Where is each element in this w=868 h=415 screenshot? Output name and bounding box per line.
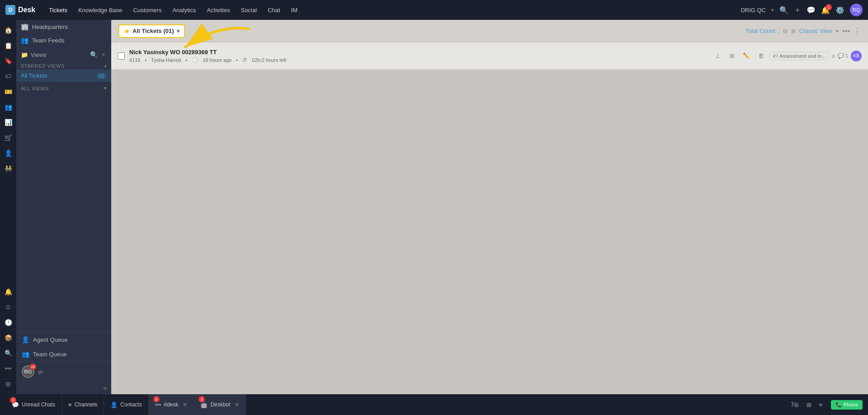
rail-ticket-icon[interactable]: 🎫 (1, 85, 15, 98)
ticket-action-delete[interactable]: 🗑 (755, 50, 767, 62)
star-icon: ★ (124, 28, 130, 35)
add-button[interactable]: ＋ (794, 5, 801, 15)
timer-icon: ⏱ (242, 57, 247, 63)
rail-more-icon[interactable]: ••• (1, 362, 15, 375)
search-button[interactable]: 🔍 (779, 6, 788, 14)
settings-button[interactable]: ⚙️ (835, 6, 844, 14)
ticket-assignee: Tysha Harrod (151, 57, 181, 63)
rail-circle-icon[interactable]: ⊙ (1, 300, 15, 314)
count-badge: 7◎ (791, 401, 799, 408)
bottom-list-icon[interactable]: ≡ (816, 400, 826, 410)
phone-button[interactable]: 📞 Phone (831, 400, 863, 410)
starred-views-chevron[interactable]: ▾ (104, 64, 107, 69)
rail-reports-icon[interactable]: 📊 (1, 116, 15, 129)
view-grid-icon: ⊞ (791, 28, 796, 34)
user-name[interactable]: DRIG QC (741, 7, 766, 14)
header-more-button[interactable]: ••• (842, 27, 850, 35)
views-label: Views (31, 51, 46, 58)
all-views-label-text: ALL VIEWS (21, 86, 49, 91)
channels-icon: ≡ (68, 401, 72, 408)
team-feeds-label: Team Feeds (32, 37, 65, 44)
agent-queue-icon: 👤 (22, 336, 29, 343)
nav-im[interactable]: IM (287, 5, 302, 15)
bottom-grid-icon[interactable]: ⊞ (804, 400, 814, 410)
sidebar-headquarters[interactable]: 🏢 Headquarters (16, 20, 111, 33)
bottom-right-section: 7◎ ⊞ ≡ 📞 Phone (791, 400, 863, 410)
rail-people-icon[interactable]: 🧑‍🤝‍🧑 (1, 162, 15, 175)
all-tickets-button[interactable]: ★ All Tickets (01) ▾ (118, 24, 185, 38)
rail-history-icon[interactable]: 🕐 (1, 316, 15, 329)
notification-button[interactable]: 🔔 1 (821, 6, 830, 14)
rail-contacts-icon[interactable]: 👥 (1, 100, 15, 114)
sidebar-user-section: RIG 28 gs (16, 361, 111, 382)
bottom-tab-desk[interactable]: ••• 2 #desk ✕ (149, 394, 194, 415)
nav-customers[interactable]: Customers (129, 5, 166, 15)
rail-store-icon[interactable]: 🛒 (1, 131, 15, 145)
sort-icon[interactable]: ≡ (832, 53, 835, 59)
content-area: ★ All Tickets (01) ▾ Total Count ⊟ ⊞ Cla… (111, 20, 868, 394)
bottom-tab-contacts[interactable]: 👤 Contacts (104, 394, 148, 415)
ticket-title[interactable]: Nick Yasinsky WO 00289369 TT (129, 49, 707, 56)
sidebar-collapse-button[interactable]: « (16, 382, 111, 394)
rail-tag-icon[interactable]: 🏷 (1, 70, 15, 83)
bottom-tab-deskbot[interactable]: 🤖 3 Deskbot ✕ (194, 394, 246, 415)
total-count-label[interactable]: Total Count (745, 28, 775, 34)
ticket-action-edit[interactable]: ✏️ (741, 50, 752, 62)
tickets-dropdown-arrow[interactable]: ▾ (177, 28, 179, 34)
top-navigation: D Desk Tickets Knowledge Base Customers … (0, 0, 868, 20)
ticket-action-view[interactable]: ⊞ (726, 50, 738, 62)
ticket-checkbox[interactable] (118, 52, 125, 60)
logo-icon: D (5, 5, 15, 15)
header-right-actions: Total Count ⊟ ⊞ Classic View ▾ ••• ⋮ (745, 27, 861, 35)
tag-label: Assessment and In... (779, 53, 826, 59)
nav-knowledge-base[interactable]: Knowledge Base (74, 5, 127, 15)
rail-box-icon[interactable]: 📦 (1, 331, 15, 345)
phone-icon: 📞 (835, 402, 842, 408)
classic-view-button[interactable]: Classic View (799, 28, 832, 34)
chat-button[interactable]: 💬 (807, 6, 816, 14)
sidebar-views-header: 📁 Views 🔍 ＋ (16, 47, 111, 61)
nav-chat[interactable]: Chat (263, 5, 284, 15)
collapse-icon: « (103, 384, 107, 392)
nav-analytics[interactable]: Analytics (168, 5, 200, 15)
app-logo[interactable]: D Desk (5, 5, 35, 15)
nav-tickets[interactable]: Tickets (44, 5, 72, 15)
contacts-icon: 👤 (110, 401, 118, 408)
nav-social[interactable]: Social (236, 5, 261, 15)
desk-tab-label: #desk (164, 401, 178, 408)
views-add-icon[interactable]: ＋ (100, 51, 107, 59)
agent-queue-item[interactable]: 👤 Agent Queue (16, 332, 111, 347)
ticket-right-actions: ⊥ ⊞ ✏️ 🗑 🏷 Assessment and In... ≡ 💬 1 KB (712, 50, 862, 62)
rail-search-icon[interactable]: 🔍 (1, 346, 15, 360)
all-views-chevron[interactable]: ▾ (104, 85, 107, 91)
tag-icon: 🏷 (773, 53, 778, 59)
all-tickets-label: All Tickets (21, 72, 47, 79)
deskbot-tab-close[interactable]: ✕ (235, 401, 239, 408)
classic-view-dropdown-arrow[interactable]: ▾ (836, 28, 839, 34)
bottom-tab-unread-chats[interactable]: 2 💬 Unread Chats (5, 394, 62, 415)
starred-all-tickets[interactable]: All Tickets 01 (16, 70, 111, 82)
main-layout: 🏠 📋 🔖 🏷 🎫 👥 📊 🛒 👤 🧑‍🤝‍🧑 🔔 ⊙ 🕐 📦 🔍 ••• ⊞ … (0, 20, 868, 394)
nav-activities[interactable]: Activities (202, 5, 234, 15)
bottom-bar: 2 💬 Unread Chats ≡ Channels 👤 Contacts •… (0, 394, 868, 415)
ticket-action-split[interactable]: ⊥ (712, 50, 723, 62)
user-avatar[interactable]: RQ (850, 4, 863, 16)
rail-bookmark-icon[interactable]: 🔖 (1, 54, 15, 68)
rail-layers-icon[interactable]: ⊞ (1, 377, 15, 391)
sidebar: 🏢 Headquarters 👥 Team Feeds 📁 Views 🔍 ＋ (16, 20, 111, 394)
rail-groups-icon[interactable]: 👤 (1, 146, 15, 160)
bottom-tab-channels[interactable]: ≡ Channels (62, 394, 104, 415)
team-queue-item[interactable]: 👥 Team Queue (16, 347, 111, 361)
rail-alerts-icon[interactable]: 🔔 (1, 285, 15, 298)
header-divider (779, 28, 779, 35)
user-dropdown-arrow[interactable]: ▾ (771, 7, 774, 13)
desk-tab-close[interactable]: ✕ (183, 401, 187, 408)
views-search-icon[interactable]: 🔍 (90, 51, 98, 58)
sidebar-team-feeds[interactable]: 👥 Team Feeds (16, 33, 111, 47)
ticket-time-ago: 18 hours ago (203, 57, 231, 63)
rail-feed-icon[interactable]: 📋 (1, 39, 15, 52)
view-toggle-icon: ⊟ (783, 28, 788, 34)
rail-home-icon[interactable]: 🏠 (1, 23, 15, 37)
team-queue-icon: 👥 (22, 350, 29, 358)
header-options-button[interactable]: ⋮ (854, 27, 861, 35)
